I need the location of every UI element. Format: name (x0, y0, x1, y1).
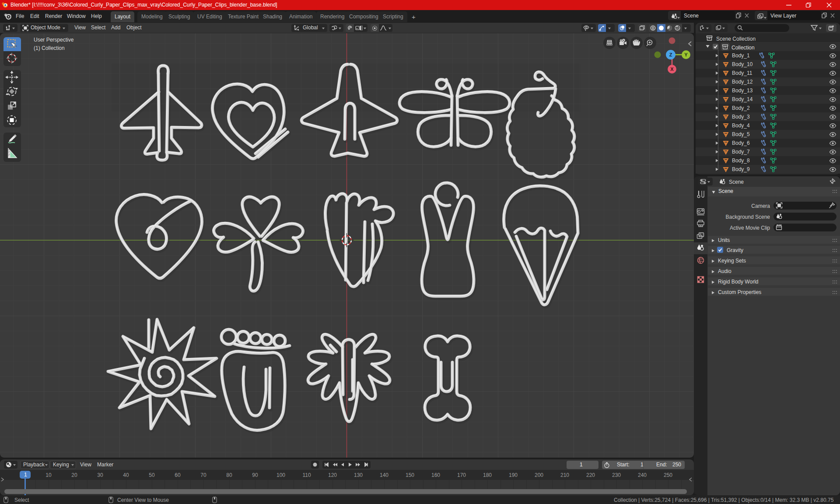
svg-text:(1) Collection: (1) Collection (34, 45, 65, 51)
svg-text:User Perspective: User Perspective (34, 37, 74, 43)
svg-text:Y: Y (684, 52, 688, 57)
svg-text:X: X (670, 66, 674, 72)
svg-text:Z: Z (669, 52, 672, 57)
